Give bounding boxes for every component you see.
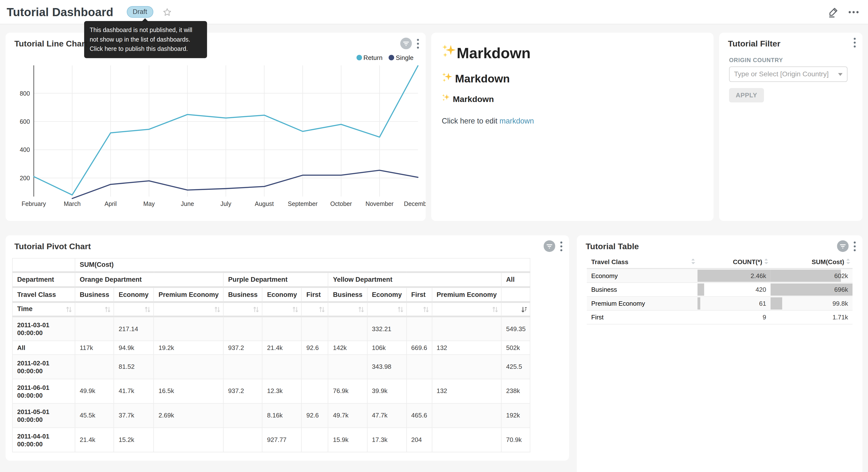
pivot-value-cell [328, 317, 367, 341]
kebab-menu-icon[interactable] [854, 241, 856, 251]
column-header-travel-class[interactable]: Travel Class [587, 255, 698, 268]
pivot-title: Tutorial Pivot Chart [14, 241, 91, 251]
pivot-class-header: Premium Economy [154, 287, 223, 302]
pivot-value-cell [154, 355, 223, 379]
pivot-time-value: 2011-02-01 00:00:00 [12, 355, 75, 379]
origin-country-select[interactable]: Type or Select [Origin Country] [729, 66, 848, 82]
status-badge[interactable]: Draft [127, 6, 153, 18]
table-card: Tutorial Table Travel ClassCOUNT(*)SUM(C… [577, 235, 862, 472]
filter-card: Tutorial Filter ORIGIN COUNTRY Type or S… [719, 33, 862, 221]
pivot-row: 2011-03-01 00:00:00217.14332.21549.35 [12, 317, 530, 341]
pivot-sort-cell [407, 302, 432, 317]
edit-dashboard-icon[interactable] [828, 6, 839, 18]
pivot-value-cell [223, 317, 262, 341]
cross-filter-scope-icon[interactable] [544, 240, 555, 252]
sort-icon[interactable] [423, 306, 429, 313]
pivot-value-cell: 94.9k [114, 341, 154, 355]
pivot-value-cell: 106k [367, 341, 407, 355]
sort-caret-icon[interactable] [764, 258, 768, 266]
pivot-value-cell [302, 428, 329, 452]
pivot-value-cell: 92.6 [302, 341, 329, 355]
sort-icon[interactable] [358, 306, 364, 313]
sort-desc-icon[interactable] [521, 306, 527, 313]
pivot-value-cell: 37.7k [114, 403, 154, 428]
pivot-value-cell [407, 379, 432, 404]
edit-markdown-link[interactable]: markdown [499, 117, 534, 125]
sort-caret-icon[interactable] [846, 258, 850, 266]
filter-field-label: ORIGIN COUNTRY [729, 57, 783, 63]
pivot-value-cell: 343.98 [367, 355, 407, 379]
pivot-value-cell: 132 [432, 341, 501, 355]
pivot-value-cell: 927.77 [262, 428, 302, 452]
line-chart-card: Tutorial Line Chart ReturnSingle 2004006… [6, 33, 426, 221]
pivot-sort-cell [432, 302, 501, 317]
apply-button[interactable]: APPLY [729, 88, 764, 102]
more-options-icon[interactable] [848, 10, 859, 14]
pivot-value-cell [407, 355, 432, 379]
pivot-value-cell: 39.9k [367, 379, 407, 404]
pivot-sort-cell [262, 302, 302, 317]
data-table: Travel ClassCOUNT(*)SUM(Cost)Economy2.46… [587, 255, 852, 325]
pivot-value-cell: 17.3k [367, 428, 407, 452]
sort-icon[interactable] [492, 306, 498, 313]
sort-icon[interactable] [319, 306, 325, 313]
table-header-row: Travel ClassCOUNT(*)SUM(Cost) [587, 255, 852, 269]
publish-tooltip: This dashboard is not published, it will… [84, 21, 207, 58]
pivot-corner-cell [12, 258, 75, 272]
pivot-value-cell: 117k [75, 341, 114, 355]
pivot-value-cell: 502k [501, 341, 530, 355]
cell-count: 2.46k [698, 269, 771, 282]
page-title: Tutorial Dashboard [7, 5, 113, 19]
svg-text:May: May [143, 200, 155, 207]
favorite-star-icon[interactable] [163, 7, 172, 17]
pivot-value-cell [223, 428, 262, 452]
pivot-value-cell: 92.6 [302, 403, 329, 428]
table-row: Premium Economy6199.8k [587, 297, 852, 311]
sort-icon[interactable] [253, 306, 259, 313]
cell-travel-class: Economy [587, 269, 698, 282]
pivot-value-cell [262, 355, 302, 379]
data-bar [698, 284, 704, 296]
cell-count: 61 [698, 297, 771, 310]
pivot-value-cell [75, 355, 114, 379]
pivot-metric-label: SUM(Cost) [75, 258, 530, 272]
pivot-value-cell: 47.7k [367, 403, 407, 428]
column-header-count[interactable]: COUNT(*) [698, 255, 771, 268]
sort-icon[interactable] [145, 306, 151, 313]
sort-icon[interactable] [66, 306, 72, 313]
sort-icon[interactable] [397, 306, 403, 313]
kebab-menu-icon[interactable] [854, 38, 856, 48]
pivot-dept-label: Department [12, 272, 75, 287]
svg-text:April: April [104, 200, 117, 207]
pivot-class-header: Business [328, 287, 367, 302]
cell-sum-cost: 1.71k [771, 311, 852, 324]
pivot-value-cell: 16.5k [154, 379, 223, 404]
svg-text:800: 800 [20, 90, 30, 97]
pivot-value-cell [302, 317, 329, 341]
svg-text:400: 400 [20, 146, 30, 153]
sort-icon[interactable] [105, 306, 111, 313]
pivot-value-cell [75, 317, 114, 341]
data-bar [771, 270, 841, 282]
tooltip-text: This dashboard is not published, it will… [90, 27, 192, 52]
pivot-row: 2011-04-01 00:00:0021.4k15.2k927.7715.9k… [12, 428, 530, 452]
kebab-menu-icon[interactable] [560, 241, 562, 251]
pivot-value-cell [432, 428, 501, 452]
column-header-sum-cost[interactable]: SUM(Cost) [771, 255, 852, 268]
pivot-value-cell: 15.9k [328, 428, 367, 452]
sort-icon[interactable] [214, 306, 220, 313]
pivot-class-header: Economy [367, 287, 407, 302]
sort-caret-icon[interactable] [691, 258, 695, 266]
cross-filter-scope-icon[interactable] [837, 240, 849, 252]
pivot-value-cell [262, 317, 302, 341]
pivot-row: All117k94.9k19.2k937.221.4k92.6142k106k6… [12, 341, 530, 355]
pivot-value-cell: 937.2 [223, 379, 262, 404]
pivot-value-cell: 142k [328, 341, 367, 355]
pivot-value-cell [302, 379, 329, 404]
pivot-sort-cell [154, 302, 223, 317]
pivot-class-header: Premium Economy [432, 287, 501, 302]
pivot-row: 2011-02-01 00:00:0081.52343.98425.5 [12, 355, 530, 379]
pivot-value-cell [432, 355, 501, 379]
sort-icon[interactable] [292, 306, 299, 313]
line-chart-plot[interactable]: 200400600800FebruaryMarchAprilMayJuneJul… [6, 33, 426, 221]
